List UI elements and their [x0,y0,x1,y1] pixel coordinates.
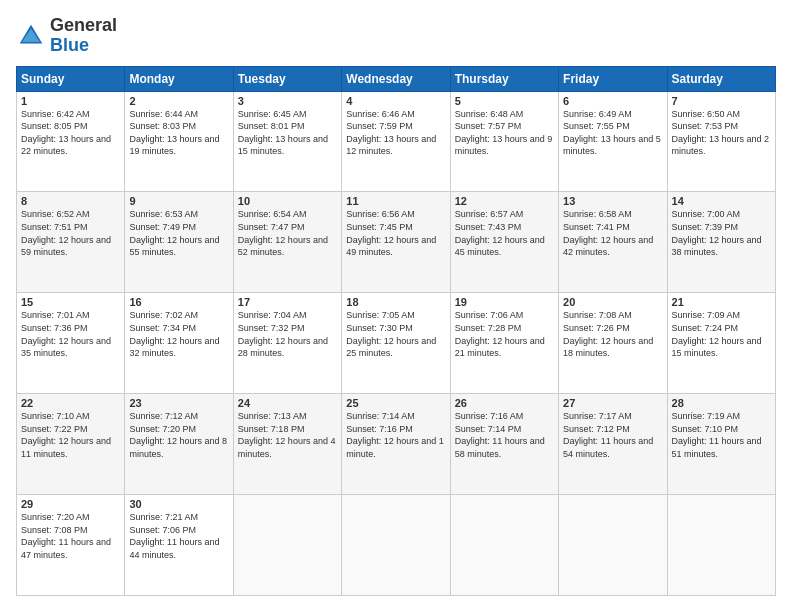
day-number: 28 [672,397,771,409]
cell-info: Sunrise: 6:57 AMSunset: 7:43 PMDaylight:… [455,208,554,258]
day-number: 18 [346,296,445,308]
day-cell: 9 Sunrise: 6:53 AMSunset: 7:49 PMDayligh… [125,192,233,293]
cell-info: Sunrise: 7:01 AMSunset: 7:36 PMDaylight:… [21,309,120,359]
weekday-header: Monday [125,66,233,91]
day-number: 9 [129,195,228,207]
day-cell: 21 Sunrise: 7:09 AMSunset: 7:24 PMDaylig… [667,293,775,394]
day-number: 19 [455,296,554,308]
day-number: 14 [672,195,771,207]
weekday-header: Thursday [450,66,558,91]
header: GeneralBlue [16,16,776,56]
day-number: 1 [21,95,120,107]
day-cell: 6 Sunrise: 6:49 AMSunset: 7:55 PMDayligh… [559,91,667,192]
day-number: 13 [563,195,662,207]
cell-info: Sunrise: 6:50 AMSunset: 7:53 PMDaylight:… [672,108,771,158]
page: GeneralBlue SundayMondayTuesdayWednesday… [0,0,792,612]
day-cell: 22 Sunrise: 7:10 AMSunset: 7:22 PMDaylig… [17,394,125,495]
logo-icon [16,21,46,51]
day-cell: 11 Sunrise: 6:56 AMSunset: 7:45 PMDaylig… [342,192,450,293]
weekday-header: Saturday [667,66,775,91]
cell-info: Sunrise: 7:08 AMSunset: 7:26 PMDaylight:… [563,309,662,359]
cell-info: Sunrise: 7:19 AMSunset: 7:10 PMDaylight:… [672,410,771,460]
day-number: 21 [672,296,771,308]
empty-cell [667,495,775,596]
day-number: 25 [346,397,445,409]
day-number: 29 [21,498,120,510]
cell-info: Sunrise: 7:04 AMSunset: 7:32 PMDaylight:… [238,309,337,359]
day-number: 27 [563,397,662,409]
logo: GeneralBlue [16,16,117,56]
cell-info: Sunrise: 7:20 AMSunset: 7:08 PMDaylight:… [21,511,120,561]
weekday-header: Wednesday [342,66,450,91]
cell-info: Sunrise: 7:02 AMSunset: 7:34 PMDaylight:… [129,309,228,359]
day-number: 10 [238,195,337,207]
day-cell: 12 Sunrise: 6:57 AMSunset: 7:43 PMDaylig… [450,192,558,293]
cell-info: Sunrise: 6:42 AMSunset: 8:05 PMDaylight:… [21,108,120,158]
day-number: 26 [455,397,554,409]
cell-info: Sunrise: 6:54 AMSunset: 7:47 PMDaylight:… [238,208,337,258]
day-cell: 18 Sunrise: 7:05 AMSunset: 7:30 PMDaylig… [342,293,450,394]
cell-info: Sunrise: 6:52 AMSunset: 7:51 PMDaylight:… [21,208,120,258]
cell-info: Sunrise: 7:10 AMSunset: 7:22 PMDaylight:… [21,410,120,460]
day-cell: 20 Sunrise: 7:08 AMSunset: 7:26 PMDaylig… [559,293,667,394]
cell-info: Sunrise: 7:17 AMSunset: 7:12 PMDaylight:… [563,410,662,460]
day-number: 12 [455,195,554,207]
day-cell: 27 Sunrise: 7:17 AMSunset: 7:12 PMDaylig… [559,394,667,495]
day-cell: 1 Sunrise: 6:42 AMSunset: 8:05 PMDayligh… [17,91,125,192]
day-number: 6 [563,95,662,107]
day-number: 7 [672,95,771,107]
day-number: 5 [455,95,554,107]
cell-info: Sunrise: 7:05 AMSunset: 7:30 PMDaylight:… [346,309,445,359]
day-number: 22 [21,397,120,409]
day-cell: 28 Sunrise: 7:19 AMSunset: 7:10 PMDaylig… [667,394,775,495]
calendar-table: SundayMondayTuesdayWednesdayThursdayFrid… [16,66,776,596]
day-cell: 13 Sunrise: 6:58 AMSunset: 7:41 PMDaylig… [559,192,667,293]
weekday-header: Tuesday [233,66,341,91]
logo-text: GeneralBlue [50,16,117,56]
cell-info: Sunrise: 6:46 AMSunset: 7:59 PMDaylight:… [346,108,445,158]
cell-info: Sunrise: 7:14 AMSunset: 7:16 PMDaylight:… [346,410,445,460]
day-number: 23 [129,397,228,409]
day-number: 4 [346,95,445,107]
empty-cell [342,495,450,596]
cell-info: Sunrise: 6:44 AMSunset: 8:03 PMDaylight:… [129,108,228,158]
day-cell: 29 Sunrise: 7:20 AMSunset: 7:08 PMDaylig… [17,495,125,596]
day-number: 2 [129,95,228,107]
weekday-header: Friday [559,66,667,91]
day-cell: 14 Sunrise: 7:00 AMSunset: 7:39 PMDaylig… [667,192,775,293]
cell-info: Sunrise: 7:16 AMSunset: 7:14 PMDaylight:… [455,410,554,460]
day-cell: 30 Sunrise: 7:21 AMSunset: 7:06 PMDaylig… [125,495,233,596]
cell-info: Sunrise: 6:53 AMSunset: 7:49 PMDaylight:… [129,208,228,258]
cell-info: Sunrise: 6:48 AMSunset: 7:57 PMDaylight:… [455,108,554,158]
empty-cell [450,495,558,596]
day-cell: 5 Sunrise: 6:48 AMSunset: 7:57 PMDayligh… [450,91,558,192]
weekday-header: Sunday [17,66,125,91]
day-number: 15 [21,296,120,308]
day-cell: 15 Sunrise: 7:01 AMSunset: 7:36 PMDaylig… [17,293,125,394]
empty-cell [233,495,341,596]
day-cell: 7 Sunrise: 6:50 AMSunset: 7:53 PMDayligh… [667,91,775,192]
day-number: 8 [21,195,120,207]
day-number: 20 [563,296,662,308]
day-number: 16 [129,296,228,308]
day-cell: 2 Sunrise: 6:44 AMSunset: 8:03 PMDayligh… [125,91,233,192]
cell-info: Sunrise: 6:56 AMSunset: 7:45 PMDaylight:… [346,208,445,258]
cell-info: Sunrise: 7:12 AMSunset: 7:20 PMDaylight:… [129,410,228,460]
cell-info: Sunrise: 6:58 AMSunset: 7:41 PMDaylight:… [563,208,662,258]
day-cell: 4 Sunrise: 6:46 AMSunset: 7:59 PMDayligh… [342,91,450,192]
day-number: 11 [346,195,445,207]
day-cell: 3 Sunrise: 6:45 AMSunset: 8:01 PMDayligh… [233,91,341,192]
cell-info: Sunrise: 6:49 AMSunset: 7:55 PMDaylight:… [563,108,662,158]
cell-info: Sunrise: 7:09 AMSunset: 7:24 PMDaylight:… [672,309,771,359]
cell-info: Sunrise: 7:21 AMSunset: 7:06 PMDaylight:… [129,511,228,561]
day-number: 17 [238,296,337,308]
cell-info: Sunrise: 7:13 AMSunset: 7:18 PMDaylight:… [238,410,337,460]
day-cell: 24 Sunrise: 7:13 AMSunset: 7:18 PMDaylig… [233,394,341,495]
cell-info: Sunrise: 6:45 AMSunset: 8:01 PMDaylight:… [238,108,337,158]
day-cell: 23 Sunrise: 7:12 AMSunset: 7:20 PMDaylig… [125,394,233,495]
day-cell: 16 Sunrise: 7:02 AMSunset: 7:34 PMDaylig… [125,293,233,394]
empty-cell [559,495,667,596]
cell-info: Sunrise: 7:06 AMSunset: 7:28 PMDaylight:… [455,309,554,359]
day-cell: 17 Sunrise: 7:04 AMSunset: 7:32 PMDaylig… [233,293,341,394]
day-cell: 8 Sunrise: 6:52 AMSunset: 7:51 PMDayligh… [17,192,125,293]
